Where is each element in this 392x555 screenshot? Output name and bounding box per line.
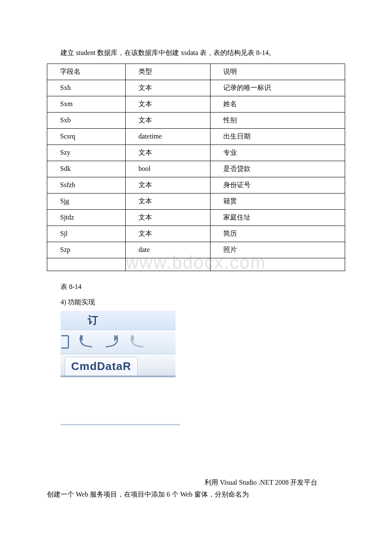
cell-type: 文本 bbox=[126, 145, 210, 161]
cell-field: Sxm bbox=[47, 96, 126, 112]
cell-desc: 专业 bbox=[210, 145, 345, 161]
col-header-field: 字段名 bbox=[47, 64, 126, 80]
cell-field: Sjl bbox=[47, 225, 126, 242]
table-row: Szy 文本 专业 bbox=[47, 145, 345, 161]
table-row: Scsrq datetime 出生日期 bbox=[47, 128, 345, 145]
cell-type: 文本 bbox=[126, 209, 210, 225]
cell-desc: 籍贯 bbox=[210, 193, 345, 209]
nav-icon[interactable] bbox=[128, 335, 146, 348]
cell-type: 文本 bbox=[126, 96, 210, 112]
cell-type: 文本 bbox=[126, 193, 210, 209]
cell-desc: 照片 bbox=[210, 242, 345, 258]
cell-desc: 是否贷款 bbox=[210, 161, 345, 177]
table-header-row: 字段名 类型 说明 bbox=[47, 64, 345, 80]
cell-field: Szy bbox=[47, 145, 126, 161]
table-caption: 表 8-14 bbox=[47, 280, 345, 293]
col-header-desc: 说明 bbox=[210, 64, 345, 80]
cell-type: bool bbox=[126, 161, 210, 177]
schema-table: 字段名 类型 说明 Sxh 文本 记录的唯一标识 Sxm 文本 姓名 Sxb 文… bbox=[47, 64, 345, 271]
cell-field: Sjg bbox=[47, 193, 126, 209]
cell-type: 文本 bbox=[126, 177, 210, 193]
cell-type: 文本 bbox=[126, 225, 210, 242]
cell-type: 文本 bbox=[126, 80, 210, 96]
table-row: Sxm 文本 姓名 bbox=[47, 96, 345, 112]
cell-empty bbox=[47, 258, 126, 271]
cell-desc: 出生日期 bbox=[210, 128, 345, 145]
cell-field: Sdk bbox=[47, 161, 126, 177]
bottom-paragraph: 利用 Visual Studio .NET 2008 开发平台 创建一个 Web… bbox=[47, 477, 345, 501]
tab-cmddatar[interactable]: CmdDataR bbox=[65, 357, 138, 376]
table-row: Sjg 文本 籍贯 bbox=[47, 193, 345, 209]
cell-field: Sjtdz bbox=[47, 209, 126, 225]
section-heading: 4) 功能实现 bbox=[47, 296, 345, 309]
cell-desc: 简历 bbox=[210, 225, 345, 242]
intro-text: 建立 student 数据库，在该数据库中创建 xsdata 表，表的结构见表 … bbox=[47, 47, 345, 59]
cell-field: Szp bbox=[47, 242, 126, 258]
cell-empty bbox=[210, 258, 345, 271]
tab-bar: CmdDataR bbox=[61, 354, 176, 377]
table-row: Sjl 文本 简历 bbox=[47, 225, 345, 242]
toolbar bbox=[61, 330, 176, 354]
cell-empty bbox=[126, 258, 210, 271]
table-row: Sjtdz 文本 家庭住址 bbox=[47, 209, 345, 225]
table-row: Ssfzh 文本 身份证号 bbox=[47, 177, 345, 193]
table-row: Szp date 照片 bbox=[47, 242, 345, 258]
table-row: Sxb 文本 性别 bbox=[47, 112, 345, 128]
editor-area bbox=[61, 377, 176, 409]
forward-icon[interactable] bbox=[102, 335, 120, 348]
cell-desc: 记录的唯一标识 bbox=[210, 80, 345, 96]
visual-studio-screenshot: 订 CmdDataR bbox=[61, 311, 176, 409]
cell-field: Sxb bbox=[47, 112, 126, 128]
cell-desc: 性别 bbox=[210, 112, 345, 128]
menu-bar: 订 bbox=[61, 311, 176, 330]
table-row bbox=[47, 258, 345, 271]
toolbar-icon[interactable] bbox=[61, 335, 69, 349]
divider bbox=[61, 424, 180, 425]
cell-desc: 身份证号 bbox=[210, 177, 345, 193]
cell-type: datetime bbox=[126, 128, 210, 145]
cell-field: Ssfzh bbox=[47, 177, 126, 193]
menu-fragment: 订 bbox=[88, 313, 99, 327]
cell-desc: 姓名 bbox=[210, 96, 345, 112]
cell-field: Sxh bbox=[47, 80, 126, 96]
bottom-line-1: 利用 Visual Studio .NET 2008 开发平台 bbox=[47, 477, 345, 489]
cell-type: 文本 bbox=[126, 112, 210, 128]
back-icon[interactable] bbox=[77, 335, 95, 348]
cell-field: Scsrq bbox=[47, 128, 126, 145]
cell-type: date bbox=[126, 242, 210, 258]
table-row: Sxh 文本 记录的唯一标识 bbox=[47, 80, 345, 96]
cell-desc: 家庭住址 bbox=[210, 209, 345, 225]
table-row: Sdk bool 是否贷款 bbox=[47, 161, 345, 177]
col-header-type: 类型 bbox=[126, 64, 210, 80]
bottom-line-2: 创建一个 Web 服务项目，在项目中添加 6 个 Web 窗体，分别命名为 bbox=[47, 489, 345, 501]
